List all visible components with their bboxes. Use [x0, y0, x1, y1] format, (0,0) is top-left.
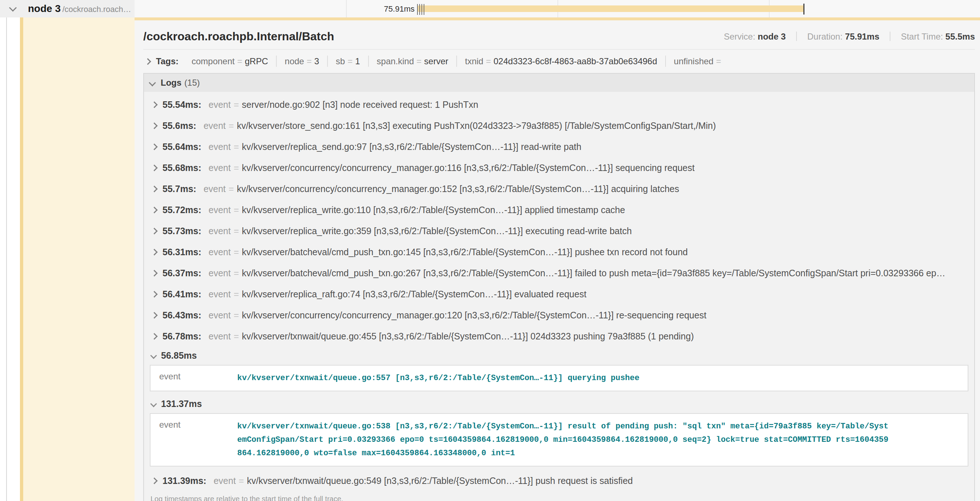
log-expand-chevron-icon[interactable] [151, 122, 158, 129]
log-row[interactable]: 131.39ms: event = kv/kvserver/txnwait/qu… [150, 470, 968, 491]
log-field-key: event [208, 226, 231, 236]
tag-value: 024d3323-6c8f-4863-aa8b-37ab0e63496d [494, 56, 657, 66]
tree-guide-line [6, 0, 7, 501]
span-name-cell[interactable]: node 3 /cockroach.roach… [0, 0, 135, 18]
collapse-chevron-icon[interactable] [9, 4, 17, 12]
log-detail-table: event kv/kvserver/txnwait/queue.go:538 [… [150, 413, 968, 466]
span-duration-label: 75.91ms [135, 4, 415, 14]
log-row[interactable]: 55.7ms: event = kv/kvserver/concurrency/… [150, 178, 968, 199]
log-field-value: kv/kvserver/concurrency/concurrency_mana… [242, 163, 695, 173]
log-field-equals: = [231, 331, 242, 341]
tag-value: 1 [355, 56, 360, 66]
log-field-value: kv/kvserver/txnwait/queue.go:455 [n3,s3,… [242, 331, 694, 341]
service-value: node 3 [758, 32, 786, 41]
log-row[interactable]: 56.43ms: event = kv/kvserver/concurrency… [150, 305, 968, 325]
span-indent-column [23, 18, 135, 501]
log-collapse-chevron-icon[interactable] [150, 400, 157, 407]
log-expand-chevron-icon[interactable] [151, 144, 158, 150]
log-field: event = kv/kvserver/replica_write.go:359… [208, 226, 632, 236]
log-field-key: event [151, 372, 237, 385]
log-timestamp: 56.43ms: [162, 310, 201, 321]
span-row[interactable]: node 3 /cockroach.roach… 75.91ms [0, 0, 980, 18]
tag-item: sb=1 [327, 56, 368, 67]
log-field-key: event [214, 475, 236, 486]
log-collapse-chevron-icon[interactable] [150, 352, 157, 359]
tags-accordion[interactable]: Tags: component=gRPCnode=3sb=1span.kind=… [143, 56, 975, 67]
log-field: event = kv/kvserver/batcheval/cmd_push_t… [208, 247, 688, 257]
log-row[interactable]: 56.37ms: event = kv/kvserver/batcheval/c… [150, 262, 968, 284]
tag-value: gRPC [245, 56, 268, 66]
log-field-value: server/node.go:902 [n3] node received re… [242, 99, 478, 110]
log-expand-chevron-icon[interactable] [151, 333, 158, 340]
log-expand-chevron-icon[interactable] [151, 291, 158, 297]
log-row[interactable]: 55.73ms: event = kv/kvserver/replica_wri… [150, 220, 968, 241]
log-field-value: kv/kvserver/txnwait/queue.go:549 [n3,s3,… [247, 475, 633, 486]
log-row-expanded-header[interactable]: 56.85ms [150, 347, 968, 364]
tag-key: sb [336, 56, 345, 66]
log-expand-chevron-icon[interactable] [151, 312, 158, 318]
log-row[interactable]: 55.6ms: event = kv/kvserver/store_send.g… [150, 115, 968, 136]
log-row[interactable]: 55.64ms: event = kv/kvserver/replica_sen… [150, 136, 968, 157]
log-expand-chevron-icon[interactable] [151, 164, 158, 171]
start-time-value: 55.5ms [945, 32, 975, 41]
log-row-expanded: 56.85ms event kv/kvserver/txnwait/queue.… [150, 347, 968, 391]
log-timestamp: 55.54ms: [162, 99, 201, 110]
log-field-value: kv/kvserver/txnwait/queue.go:538 [n3,s3,… [237, 420, 899, 460]
log-field-key: event [208, 289, 231, 300]
log-row-expanded-header[interactable]: 131.37ms [150, 395, 968, 412]
log-field-equals: = [231, 247, 242, 257]
log-expand-chevron-icon[interactable] [151, 477, 158, 484]
log-field-key: event [208, 331, 231, 341]
logs-accordion: Logs (15) 55.54ms: event = server/node.g… [143, 73, 975, 501]
log-row[interactable]: 55.68ms: event = kv/kvserver/concurrency… [150, 157, 968, 178]
log-field-value: kv/kvserver/replica_send.go:97 [n3,s3,r6… [242, 142, 581, 152]
logs-header[interactable]: Logs (15) [144, 74, 974, 92]
log-field: event = kv/kvserver/concurrency/concurre… [208, 163, 695, 173]
log-row[interactable]: 55.72ms: event = kv/kvserver/replica_wri… [150, 199, 968, 220]
tag-equals: = [414, 56, 424, 66]
log-field-key: event [208, 99, 231, 110]
log-expand-chevron-icon[interactable] [151, 207, 158, 213]
log-timestamp: 55.6ms: [162, 121, 196, 131]
logs-count: (15) [184, 78, 200, 88]
tags-expand-chevron-icon[interactable] [144, 58, 151, 65]
log-row[interactable]: 56.41ms: event = kv/kvserver/replica_raf… [150, 284, 968, 305]
log-expand-chevron-icon[interactable] [151, 185, 158, 192]
log-row[interactable]: 56.78ms: event = kv/kvserver/txnwait/que… [150, 325, 968, 347]
log-field-equals: = [226, 121, 237, 131]
tag-equals: = [304, 56, 314, 66]
tag-item: span.kind=server [368, 56, 456, 67]
log-field-key: event [208, 310, 231, 321]
log-row[interactable]: 56.31ms: event = kv/kvserver/batcheval/c… [150, 241, 968, 262]
tag-item: txnid=024d3323-6c8f-4863-aa8b-37ab0e6349… [456, 56, 665, 67]
log-expand-chevron-icon[interactable] [151, 270, 158, 276]
tag-key: txnid [465, 56, 484, 66]
log-field: event = kv/kvserver/replica_raft.go:74 [… [208, 289, 587, 300]
log-field-equals: = [231, 163, 242, 173]
logs-collapse-chevron-icon[interactable] [149, 79, 156, 86]
log-expand-chevron-icon[interactable] [151, 249, 158, 255]
log-field-value: kv/kvserver/batcheval/cmd_push_txn.go:26… [242, 268, 945, 278]
log-row[interactable]: 55.54ms: event = server/node.go:902 [n3]… [150, 94, 968, 115]
logs-title: Logs [161, 78, 181, 88]
tag-equals: = [484, 56, 494, 66]
log-field-value: kv/kvserver/batcheval/cmd_push_txn.go:14… [242, 247, 688, 257]
log-row-expanded: 131.37ms event kv/kvserver/txnwait/queue… [150, 395, 968, 466]
log-expand-chevron-icon[interactable] [151, 101, 158, 108]
log-field: event = kv/kvserver/txnwait/queue.go:549… [214, 475, 633, 486]
log-field: event = kv/kvserver/batcheval/cmd_push_t… [208, 268, 945, 278]
log-field-key: event [208, 247, 231, 257]
log-field: event = kv/kvserver/txnwait/queue.go:455… [208, 331, 694, 341]
tag-value: server [424, 56, 448, 66]
log-field-key: event [208, 163, 231, 173]
span-detail-panel: /cockroach.roachpb.Internal/Batch Servic… [135, 20, 980, 501]
span-timeline-cell[interactable]: 75.91ms [135, 0, 980, 18]
span-service-name: node 3 [28, 3, 60, 14]
log-field: event = kv/kvserver/replica_send.go:97 [… [208, 142, 581, 152]
span-duration-bar[interactable] [418, 5, 805, 12]
log-field-equals: = [231, 310, 242, 321]
log-timestamp: 56.78ms: [162, 331, 201, 341]
log-expand-chevron-icon[interactable] [151, 228, 158, 234]
detail-top-accent [135, 18, 980, 20]
span-log-ticks [417, 4, 426, 15]
